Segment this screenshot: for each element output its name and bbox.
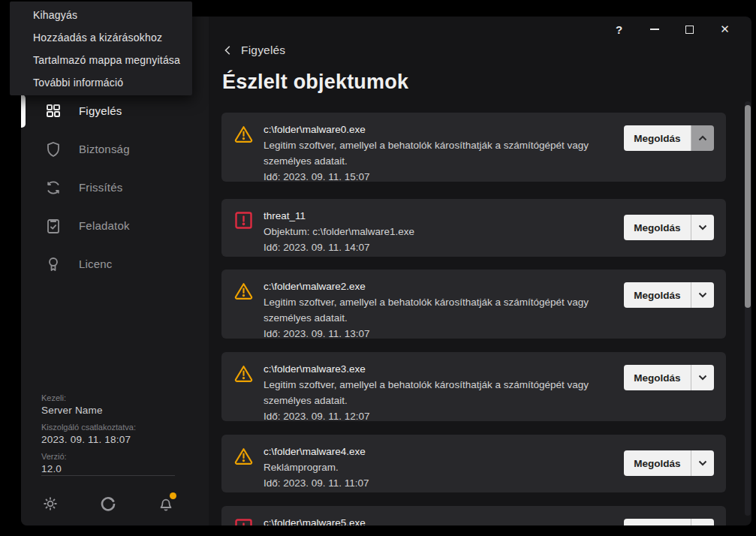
maximize-icon — [685, 26, 694, 34]
shield-icon — [44, 140, 62, 158]
warning-triangle-icon — [233, 446, 254, 466]
help-button[interactable]: ? — [601, 18, 637, 41]
resolve-button[interactable]: Megoldás — [624, 215, 691, 240]
sidebar-item-licenc[interactable]: Licenc — [21, 245, 209, 283]
breadcrumb-back[interactable]: Figyelés — [223, 44, 285, 57]
support-icon[interactable] — [99, 495, 117, 513]
resolve-dropdown-button[interactable] — [691, 282, 714, 308]
resolve-split-button: Megoldás — [624, 215, 714, 240]
threat-card: c:\folder\malware4.exe Reklámprogram. Id… — [221, 435, 726, 492]
threat-title: threat_11 — [264, 208, 631, 224]
license-badge-icon — [44, 255, 62, 273]
maximize-button[interactable] — [672, 18, 707, 41]
threat-time: Idő: 2023. 09. 11. 15:07 — [264, 169, 631, 185]
threat-text: c:\folder\malware3.exe Legitim szoftver,… — [264, 361, 631, 424]
resolve-button[interactable]: Megoldás — [624, 365, 691, 390]
threat-card: c:\folder\malware5.exe Legitim szoftver,… — [221, 506, 726, 525]
version-label: Verzió: — [41, 452, 191, 461]
server-connected-label: Kiszolgáló csatlakoztatva: — [41, 423, 191, 432]
threat-card: threat_11 Objektum: c:\folder\malware1.e… — [221, 199, 726, 257]
notification-dot — [170, 492, 176, 499]
window-controls: ? ✕ — [601, 18, 742, 41]
threat-title: c:\folder\malware2.exe — [264, 279, 631, 294]
server-connected-value: 2023. 09. 11. 18:07 — [41, 434, 191, 445]
threat-text: c:\folder\malware5.exe Legitim szoftver,… — [264, 515, 631, 525]
page-title: Észlelt objektumok — [222, 71, 408, 94]
resolve-split-button: Megoldás — [624, 282, 714, 308]
threat-time: Idő: 2023. 09. 11. 12:07 — [264, 408, 631, 424]
sidebar-item-label: Figyelés — [79, 104, 122, 117]
notifications-bell-icon[interactable] — [157, 495, 175, 513]
resolve-dropdown-button[interactable] — [691, 215, 714, 240]
resolve-button[interactable]: Megoldás — [624, 519, 691, 525]
threat-title: c:\folder\malware0.exe — [264, 122, 631, 137]
sidebar-divider — [41, 475, 175, 476]
resolve-split-button: Megoldás — [624, 519, 714, 525]
critical-alert-icon — [233, 210, 254, 230]
scrollbar-thumb[interactable] — [745, 105, 751, 308]
breadcrumb-label: Figyelés — [241, 44, 285, 57]
resolve-dropdown-button[interactable] — [691, 519, 714, 525]
resolve-dropdown-button[interactable] — [691, 365, 714, 390]
resolve-dropdown-button[interactable] — [691, 125, 714, 151]
threat-text: c:\folder\malware0.exe Legitim szoftver,… — [264, 122, 631, 185]
close-button[interactable]: ✕ — [707, 18, 742, 41]
threat-time: Idő: 2023. 09. 11. 13:07 — [264, 326, 631, 342]
back-chevron-icon — [223, 45, 233, 56]
resolve-button[interactable]: Megoldás — [624, 450, 691, 476]
sidebar-item-label: Biztonság — [79, 143, 130, 155]
warning-triangle-icon — [233, 363, 254, 384]
threat-description: Objektum: c:\folder\malware1.exe — [264, 224, 625, 239]
menu-item-kihagyas[interactable]: Kihagyás — [10, 4, 192, 26]
resolve-split-button: Megoldás — [624, 365, 714, 390]
menu-item-add-to-exclusions[interactable]: Hozzáadás a kizárásokhoz — [10, 26, 192, 49]
sidebar-item-feladatok[interactable]: Feladatok — [21, 206, 209, 245]
main-content: Figyelés Észlelt objektumok — [209, 17, 751, 525]
resolve-split-button: Megoldás — [624, 450, 714, 476]
critical-alert-icon — [233, 517, 254, 525]
sidebar-footer — [41, 494, 175, 513]
resolve-button[interactable]: Megoldás — [624, 282, 691, 308]
dashboard-grid-icon — [44, 102, 62, 120]
threat-description: Legitim szoftver, amellyel a behatolók k… — [264, 377, 625, 408]
threat-card: c:\folder\malware0.exe Legitim szoftver,… — [221, 113, 726, 182]
settings-gear-icon[interactable] — [41, 495, 59, 513]
threat-time: Idő: 2023. 09. 11. 14:07 — [264, 239, 631, 255]
managed-by-value: Server Name — [41, 405, 191, 416]
threat-text: c:\folder\malware4.exe Reklámprogram. Id… — [264, 444, 631, 491]
threat-description: Legitim szoftver, amellyel a behatolók k… — [264, 137, 625, 169]
threat-title: c:\folder\malware4.exe — [264, 444, 631, 459]
sidebar-item-figyeles[interactable]: Figyelés — [21, 92, 209, 130]
managed-by-label: Kezeli: — [41, 393, 191, 402]
threat-title: c:\folder\malware5.exe — [264, 515, 631, 525]
sidebar-nav: Figyelés Biztonság — [21, 92, 209, 283]
threat-description: Reklámprogram. — [264, 459, 625, 475]
minimize-button[interactable] — [637, 18, 672, 41]
threat-card: c:\folder\malware3.exe Legitim szoftver,… — [221, 352, 726, 421]
menu-item-open-containing-folder[interactable]: Tartalmazó mappa megnyitása — [10, 49, 192, 71]
threat-text: threat_11 Objektum: c:\folder\malware1.e… — [264, 208, 631, 255]
threat-card: c:\folder\malware2.exe Legitim szoftver,… — [221, 270, 726, 339]
threat-time: Idő: 2023. 09. 11. 11:07 — [264, 475, 631, 491]
resolve-button[interactable]: Megoldás — [624, 125, 691, 151]
sidebar-item-label: Feladatok — [79, 219, 130, 232]
screen: Figyelés Biztonság — [0, 0, 756, 536]
tasks-clipboard-icon — [44, 217, 62, 235]
context-menu: Kihagyás Hozzáadás a kizárásokhoz Tartal… — [10, 2, 192, 95]
sidebar-item-biztonsag[interactable]: Biztonság — [21, 130, 209, 168]
resolve-split-button: Megoldás — [624, 125, 714, 151]
menu-item-more-info[interactable]: További információ — [10, 71, 192, 94]
warning-triangle-icon — [233, 124, 254, 144]
minimize-icon — [650, 29, 659, 30]
sidebar-item-frissites[interactable]: Frissítés — [21, 168, 209, 206]
threat-text: c:\folder\malware2.exe Legitim szoftver,… — [264, 279, 631, 342]
sidebar-item-label: Frissítés — [79, 181, 122, 194]
warning-triangle-icon — [233, 281, 254, 301]
sidebar-item-label: Licenc — [79, 257, 113, 270]
version-value: 12.0 — [41, 463, 191, 474]
server-info: Kezeli: Server Name Kiszolgáló csatlakoz… — [41, 393, 191, 481]
threat-description: Legitim szoftver, amellyel a behatolók k… — [264, 294, 625, 326]
threat-title: c:\folder\malware3.exe — [264, 361, 631, 377]
resolve-dropdown-button[interactable] — [691, 450, 714, 476]
refresh-icon — [44, 179, 62, 197]
